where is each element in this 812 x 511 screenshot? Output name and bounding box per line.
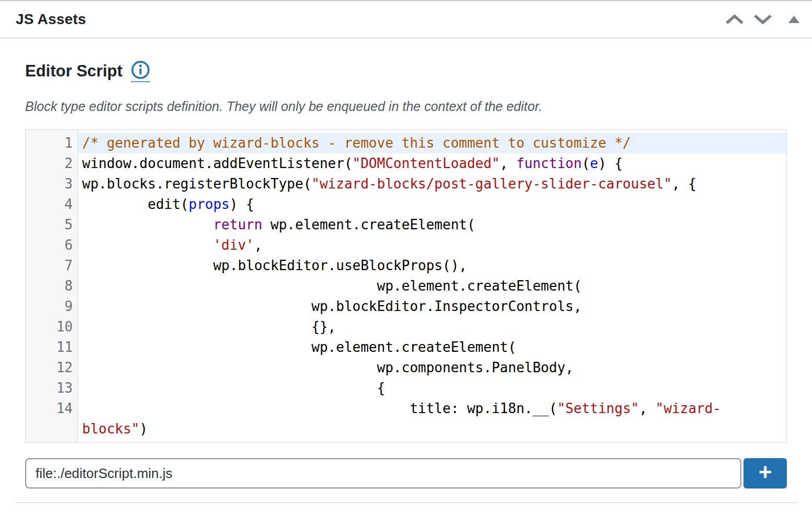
add-asset-button[interactable]: +	[743, 458, 787, 488]
code-line[interactable]: title: wp.i18n.__("Settings", "wizard-	[78, 398, 786, 419]
line-number: 13	[26, 378, 77, 398]
code-editor[interactable]: 1234567891011121314 /* generated by wiza…	[25, 129, 787, 443]
section-title: Editor Script	[25, 62, 122, 81]
line-number: 1	[26, 133, 77, 153]
section-description: Block type editor scripts definition. Th…	[25, 99, 787, 114]
chevron-up-icon	[725, 14, 745, 25]
collapse-toggle-button[interactable]	[784, 12, 804, 27]
section-divider	[16, 502, 796, 503]
line-number: 7	[26, 256, 77, 276]
line-number: 5	[26, 215, 77, 235]
line-number: 12	[26, 358, 77, 378]
panel-header: JS Assets	[0, 1, 812, 38]
code-line[interactable]: wp.element.createElement(	[78, 276, 786, 296]
section-title-row: Editor Script	[25, 60, 787, 82]
code-line[interactable]: wp.element.createElement(	[78, 337, 786, 358]
code-line[interactable]: blocks")	[78, 419, 786, 439]
line-number: 4	[26, 194, 77, 215]
info-link[interactable]	[131, 60, 150, 82]
code-line[interactable]: {},	[78, 317, 786, 337]
line-number: 14	[26, 398, 77, 419]
code-line[interactable]: edit(props) {	[78, 194, 786, 215]
code-line[interactable]: window.document.addEventListener("DOMCon…	[78, 153, 786, 174]
line-number: 11	[26, 337, 77, 358]
triangle-up-icon	[788, 16, 799, 23]
move-up-button[interactable]	[720, 9, 749, 29]
code-line[interactable]: wp.blockEditor.useBlockProps(),	[78, 256, 786, 276]
code-line[interactable]: {	[78, 378, 786, 398]
line-number: 10	[26, 317, 77, 337]
line-number-gutter: 1234567891011121314	[26, 130, 78, 442]
code-content[interactable]: /* generated by wizard-blocks - remove t…	[78, 130, 786, 442]
panel-title: JS Assets	[16, 11, 86, 28]
move-down-button[interactable]	[749, 9, 777, 29]
code-line[interactable]: 'div',	[78, 235, 786, 256]
line-number: 8	[26, 276, 77, 296]
asset-path-input[interactable]	[25, 458, 741, 488]
editor-script-section: Editor Script Block type editor scripts …	[0, 60, 812, 503]
plus-icon: +	[759, 461, 772, 484]
code-line[interactable]: wp.components.PanelBody,	[78, 358, 786, 378]
code-line[interactable]: wp.blockEditor.InspectorControls,	[78, 296, 786, 317]
line-number: 2	[26, 153, 77, 174]
panel-header-controls	[720, 9, 804, 29]
code-line[interactable]: /* generated by wizard-blocks - remove t…	[78, 133, 786, 153]
asset-input-row: +	[25, 458, 787, 488]
line-number: 3	[26, 174, 77, 194]
info-icon	[131, 60, 150, 80]
line-number	[26, 419, 77, 439]
code-line[interactable]: return wp.element.createElement(	[78, 215, 786, 235]
line-number: 6	[26, 235, 77, 256]
code-line[interactable]: wp.blocks.registerBlockType("wizard-bloc…	[78, 174, 786, 194]
chevron-down-icon	[753, 14, 773, 25]
line-number: 9	[26, 296, 77, 317]
